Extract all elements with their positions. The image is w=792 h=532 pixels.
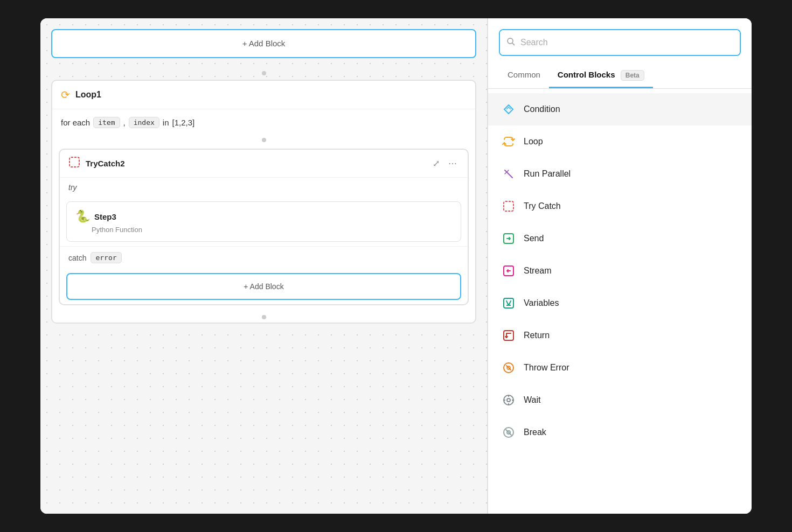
variables-icon xyxy=(501,296,516,311)
try-label: try xyxy=(60,178,468,197)
catch-badge: error xyxy=(91,252,121,263)
add-block-bottom[interactable]: + Add Block xyxy=(66,273,461,300)
loop-icon: ⟳ xyxy=(61,88,70,101)
block-item-loop[interactable]: Loop xyxy=(488,125,752,158)
tab-control-blocks-badge: Beta xyxy=(621,70,644,81)
block-item-condition-label: Condition xyxy=(524,104,560,114)
block-item-try-catch-label: Try Catch xyxy=(524,201,561,211)
loop-block-header: ⟳ Loop1 xyxy=(52,81,475,109)
block-item-variables-label: Variables xyxy=(524,298,559,308)
loop-block-icon xyxy=(501,134,516,149)
catch-label: catch xyxy=(68,254,86,262)
canvas-area: + Add Block ⟳ Loop1 for each item , inde… xyxy=(40,18,488,514)
loop-for-each: for each item , index in [1,2,3] xyxy=(52,109,475,136)
tab-common-label: Common xyxy=(508,70,540,79)
python-icon: 🐍 xyxy=(75,209,90,223)
loop-block: ⟳ Loop1 for each item , index in [1,2,3] xyxy=(51,80,476,324)
index-badge: index xyxy=(129,117,159,128)
trycatch-title: TryCatch2 xyxy=(86,159,125,168)
svg-point-15 xyxy=(507,398,510,402)
in-text: in xyxy=(163,118,169,127)
connector-dot-top xyxy=(262,71,266,75)
block-item-throw-error-label: Throw Error xyxy=(524,363,569,373)
array-text: [1,2,3] xyxy=(172,118,195,127)
block-item-variables[interactable]: Variables xyxy=(488,287,752,319)
block-item-wait[interactable]: Wait xyxy=(488,384,752,416)
for-each-text: for each xyxy=(61,118,90,127)
block-item-return-label: Return xyxy=(524,331,550,340)
search-area xyxy=(488,18,752,62)
loop-title: Loop1 xyxy=(75,90,101,100)
parallel-icon xyxy=(501,166,516,181)
add-block-top-label: + Add Block xyxy=(242,39,286,48)
trycatch-icon xyxy=(68,156,80,171)
add-block-top[interactable]: + Add Block xyxy=(51,29,476,58)
break-icon xyxy=(501,425,516,440)
trycatch-block: TryCatch2 ⤢ ⋯ try 🐍 St xyxy=(59,149,469,305)
add-block-bottom-label: + Add Block xyxy=(244,282,283,291)
block-item-loop-label: Loop xyxy=(524,137,543,146)
item-badge: item xyxy=(93,117,120,128)
tab-control-blocks-label: Control Blocks xyxy=(558,70,615,79)
svg-rect-5 xyxy=(504,201,513,211)
step-block[interactable]: 🐍 Step3 Python Function xyxy=(66,201,461,242)
loop-body: TryCatch2 ⤢ ⋯ try 🐍 St xyxy=(52,149,475,312)
search-icon xyxy=(506,37,515,48)
stream-icon xyxy=(501,263,516,278)
trycatch-menu-btn[interactable]: ⋯ xyxy=(446,157,459,170)
svg-line-3 xyxy=(505,170,512,178)
search-input[interactable] xyxy=(500,30,740,55)
right-panel: Common Control Blocks Beta Condition xyxy=(488,18,752,514)
inner-connector xyxy=(52,136,475,144)
trycatch-expand-btn[interactable]: ⤢ xyxy=(430,157,442,170)
search-input-wrapper xyxy=(499,29,741,56)
block-item-parallel-label: Run Parallel xyxy=(524,169,571,179)
block-item-break[interactable]: Break xyxy=(488,416,752,449)
return-icon xyxy=(501,328,516,343)
svg-rect-11 xyxy=(504,331,513,340)
svg-rect-8 xyxy=(504,298,513,308)
block-list: Condition Loop xyxy=(488,89,752,514)
trycatch-header-left: TryCatch2 xyxy=(68,156,125,171)
condition-icon xyxy=(501,102,516,117)
block-item-stream[interactable]: Stream xyxy=(488,255,752,287)
step-subtitle: Python Function xyxy=(92,226,452,234)
send-icon xyxy=(501,231,516,246)
catch-section: catch error xyxy=(60,246,468,269)
wait-icon xyxy=(501,393,516,408)
block-item-send[interactable]: Send xyxy=(488,222,752,255)
trycatch-actions: ⤢ ⋯ xyxy=(430,157,459,170)
tabs-row: Common Control Blocks Beta xyxy=(488,62,752,89)
block-item-stream-label: Stream xyxy=(524,266,552,276)
step-title: Step3 xyxy=(94,212,116,221)
block-item-wait-label: Wait xyxy=(524,395,540,405)
try-catch-icon xyxy=(501,199,516,214)
svg-line-2 xyxy=(512,43,515,45)
block-item-send-label: Send xyxy=(524,234,544,243)
tab-control-blocks[interactable]: Control Blocks Beta xyxy=(549,62,653,88)
block-item-run-parallel[interactable]: Run Parallel xyxy=(488,158,752,190)
block-item-condition[interactable]: Condition xyxy=(488,93,752,125)
step-header: 🐍 Step3 xyxy=(75,209,452,223)
block-item-break-label: Break xyxy=(524,428,546,437)
block-item-try-catch[interactable]: Try Catch xyxy=(488,190,752,222)
bottom-connector xyxy=(52,312,475,323)
tab-common[interactable]: Common xyxy=(499,62,549,88)
block-item-return[interactable]: Return xyxy=(488,319,752,352)
block-item-throw-error[interactable]: Throw Error xyxy=(488,352,752,384)
throw-error-icon xyxy=(501,360,516,375)
svg-rect-0 xyxy=(70,157,79,167)
trycatch-header: TryCatch2 ⤢ ⋯ xyxy=(60,150,468,178)
